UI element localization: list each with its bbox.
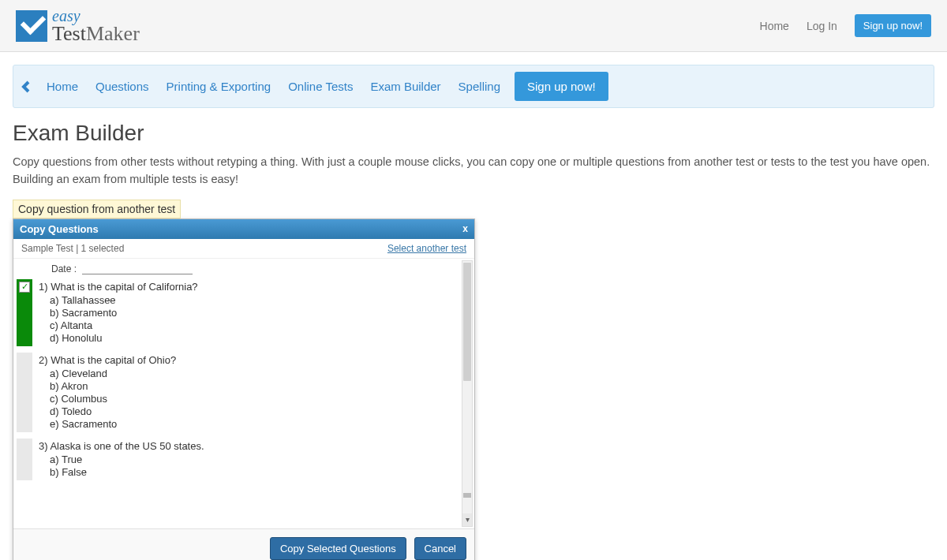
option: a) Cleveland	[50, 368, 460, 379]
logo-check-icon	[16, 10, 47, 42]
question-text: 1) What is the capital of California?	[39, 281, 460, 293]
question-row[interactable]: 3) Alaska is one of the US 50 states. a)…	[17, 439, 460, 480]
option: d) Toledo	[50, 405, 460, 417]
question-options: a) True b) False	[39, 454, 460, 478]
logo-text: easy TestMaker	[52, 8, 140, 44]
question-selector[interactable]	[17, 353, 32, 432]
modal-test-info: Sample Test | 1 selected	[21, 243, 124, 254]
nav-home[interactable]: Home	[760, 20, 789, 32]
option: b) False	[50, 466, 460, 478]
question-text: 3) Alaska is one of the US 50 states.	[39, 440, 460, 452]
modal-footer: Copy Selected Questions Cancel	[13, 528, 474, 561]
select-another-test-link[interactable]: Select another test	[387, 243, 466, 254]
top-nav: Home Log In Sign up now!	[760, 14, 931, 37]
date-label: Date :	[51, 263, 77, 274]
scrollbar[interactable]: ▾	[462, 260, 473, 527]
scrollbar-nub	[463, 493, 471, 498]
subnav-questions[interactable]: Questions	[92, 75, 152, 98]
subnav-online[interactable]: Online Tests	[285, 75, 356, 98]
question-content: 3) Alaska is one of the US 50 states. a)…	[37, 439, 460, 480]
option: b) Sacramento	[50, 307, 460, 319]
option: e) Sacramento	[50, 418, 460, 430]
modal-titlebar: Copy Questions x	[13, 219, 474, 239]
option: b) Akron	[50, 380, 460, 392]
question-row[interactable]: ✓ 1) What is the capital of California? …	[17, 279, 460, 346]
scroll-down-icon[interactable]: ▾	[462, 513, 472, 526]
modal-subbar: Sample Test | 1 selected Select another …	[13, 239, 474, 259]
option: c) Columbus	[50, 393, 460, 405]
sub-nav: Home Questions Printing & Exporting Onli…	[13, 65, 934, 108]
copy-caption: Copy question from another test	[13, 200, 181, 218]
scrollbar-thumb[interactable]	[463, 263, 471, 381]
logo-test: Test	[52, 22, 86, 45]
question-content: 1) What is the capital of California? a)…	[37, 279, 460, 346]
logo-maker: Maker	[86, 22, 140, 45]
question-row[interactable]: 2) What is the capital of Ohio? a) Cleve…	[17, 353, 460, 432]
signup-button-sub[interactable]: Sign up now!	[515, 72, 608, 101]
signup-button-top[interactable]: Sign up now!	[855, 14, 931, 37]
question-text: 2) What is the capital of Ohio?	[39, 354, 460, 366]
nav-login[interactable]: Log In	[807, 20, 837, 32]
subnav-spelling[interactable]: Spelling	[455, 75, 503, 98]
question-selector-selected[interactable]: ✓	[17, 279, 32, 346]
checkbox-checked-icon: ✓	[19, 282, 30, 293]
question-list: Date : ✓ 1) What is the capital of Calif…	[17, 262, 460, 480]
date-underline	[82, 274, 193, 274]
subnav-builder[interactable]: Exam Builder	[367, 75, 444, 98]
logo[interactable]: easy TestMaker	[16, 8, 140, 44]
page-title: Exam Builder	[13, 121, 934, 146]
question-content: 2) What is the capital of Ohio? a) Cleve…	[37, 353, 460, 432]
modal-body: Date : ✓ 1) What is the capital of Calif…	[13, 259, 474, 528]
copy-selected-button[interactable]: Copy Selected Questions	[270, 537, 406, 560]
subnav-home[interactable]: Home	[43, 75, 81, 98]
caret-left-icon	[20, 80, 32, 93]
close-icon[interactable]: x	[462, 223, 468, 234]
modal-title: Copy Questions	[20, 223, 99, 235]
option: a) True	[50, 454, 460, 465]
option: d) Honolulu	[50, 332, 460, 344]
question-options: a) Cleveland b) Akron c) Columbus d) Tol…	[39, 368, 460, 430]
top-header: easy TestMaker Home Log In Sign up now!	[0, 0, 947, 52]
copy-questions-modal: Copy Questions x Sample Test | 1 selecte…	[13, 218, 475, 561]
cancel-button[interactable]: Cancel	[414, 537, 466, 560]
page-description: Copy questions from other tests without …	[13, 154, 934, 189]
question-selector[interactable]	[17, 439, 32, 480]
subnav-printing[interactable]: Printing & Exporting	[163, 75, 275, 98]
main: Exam Builder Copy questions from other t…	[0, 108, 947, 560]
option: a) Tallahassee	[50, 294, 460, 306]
option: c) Altanta	[50, 319, 460, 331]
date-row: Date :	[17, 262, 460, 279]
question-options: a) Tallahassee b) Sacramento c) Altanta …	[39, 294, 460, 344]
